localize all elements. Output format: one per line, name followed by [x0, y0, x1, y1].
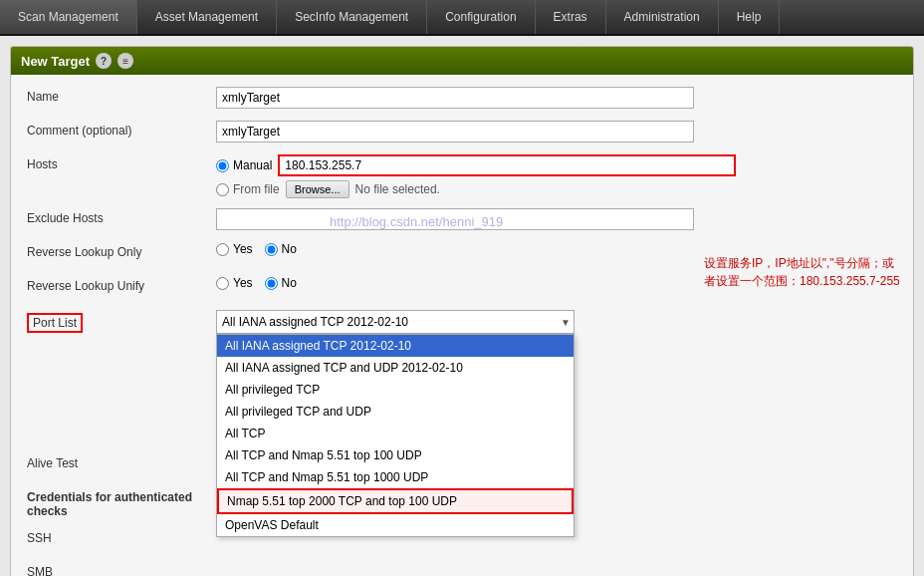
port-list-select-wrapper: All IANA assigned TCP 2012-02-10All IANA… — [216, 310, 575, 334]
port-list-dropdown: All IANA assigned TCP 2012-02-10All IANA… — [216, 334, 575, 537]
panel-title: New Target — [21, 54, 90, 69]
dropdown-item-all-tcp-nmap-100udp[interactable]: All TCP and Nmap 5.51 top 100 UDP — [217, 444, 574, 466]
port-list-label-cell: Port List — [27, 310, 216, 333]
name-label: Name — [27, 87, 216, 104]
port-list-label: Port List — [27, 313, 83, 333]
rlo-yes-radio[interactable] — [216, 243, 229, 256]
port-list-field: All IANA assigned TCP 2012-02-10All IANA… — [216, 310, 897, 334]
main-content: New Target ? ≡ Name Comment (optional) — [0, 36, 924, 576]
hosts-manual-row: Manual — [216, 154, 897, 176]
rlo-no-label[interactable]: No — [265, 242, 297, 256]
rlu-yes-radio[interactable] — [216, 277, 229, 290]
manual-radio-label[interactable]: Manual — [216, 158, 272, 172]
name-row: Name — [27, 87, 897, 111]
fromfile-label: From file — [233, 182, 280, 196]
exclude-hosts-label: Exclude Hosts — [27, 208, 216, 225]
top-navigation: Scan ManagementAsset ManagementSecInfo M… — [0, 0, 924, 36]
rlu-yes-label[interactable]: Yes — [216, 276, 253, 290]
dropdown-item-all-tcp-nmap-1000udp[interactable]: All TCP and Nmap 5.51 top 1000 UDP — [217, 466, 574, 488]
rlo-yes-label[interactable]: Yes — [216, 242, 253, 256]
name-field — [216, 87, 897, 109]
form-body: Name Comment (optional) Hosts — [11, 75, 913, 576]
smb-label: SMB — [27, 562, 216, 576]
dropdown-item-priv-tcp-udp[interactable]: All privileged TCP and UDP — [217, 401, 574, 423]
dropdown-item-all-tcp[interactable]: All TCP — [217, 423, 574, 444]
nav-item-scan-management[interactable]: Scan Management — [0, 0, 137, 34]
no-file-label: No file selected. — [355, 182, 440, 196]
hosts-label: Hosts — [27, 154, 216, 171]
rlu-no-label[interactable]: No — [265, 276, 297, 290]
browse-button[interactable]: Browse... — [286, 180, 349, 198]
hosts-file-row: From file Browse... No file selected. — [216, 180, 897, 198]
new-target-panel: New Target ? ≡ Name Comment (optional) — [10, 46, 914, 576]
list-icon[interactable]: ≡ — [117, 53, 133, 69]
port-list-row: Port List All IANA assigned TCP 2012-02-… — [27, 310, 897, 334]
nav-item-configuration[interactable]: Configuration — [427, 0, 535, 34]
dropdown-item-iana-tcp-udp[interactable]: All IANA assigned TCP and UDP 2012-02-10 — [217, 357, 574, 379]
nav-item-secinfo-management[interactable]: SecInfo Management — [277, 0, 427, 34]
smb-row: SMB — [27, 562, 897, 576]
ssh-label: SSH — [27, 528, 216, 545]
fromfile-radio[interactable] — [216, 183, 229, 196]
hosts-field: Manual From file Browse... No file selec… — [216, 154, 897, 198]
dropdown-item-openvas[interactable]: OpenVAS Default — [217, 514, 574, 536]
reverse-lookup-only-label: Reverse Lookup Only — [27, 242, 216, 259]
comment-row: Comment (optional) — [27, 121, 897, 144]
hosts-input[interactable] — [278, 154, 736, 176]
hosts-row: Hosts Manual From file — [27, 154, 897, 198]
reverse-lookup-unify-label: Reverse Lookup Unify — [27, 276, 216, 293]
dropdown-item-nmap-2000[interactable]: Nmap 5.51 top 2000 TCP and top 100 UDP — [217, 488, 574, 514]
help-icon[interactable]: ? — [96, 53, 112, 69]
comment-field — [216, 121, 897, 143]
exclude-hosts-row: Exclude Hosts — [27, 208, 897, 232]
credentials-header-label: Credentials for authenticated checks — [27, 487, 216, 518]
rlo-no-radio[interactable] — [265, 243, 278, 256]
nav-item-extras[interactable]: Extras — [536, 0, 606, 34]
nav-item-asset-management[interactable]: Asset Management — [137, 0, 277, 34]
exclude-hosts-field — [216, 208, 897, 230]
comment-label: Comment (optional) — [27, 121, 216, 138]
panel-header: New Target ? ≡ — [11, 47, 913, 75]
manual-label: Manual — [233, 158, 272, 172]
nav-item-administration[interactable]: Administration — [606, 0, 719, 34]
comment-input[interactable] — [216, 121, 694, 143]
nav-item-help[interactable]: Help — [719, 0, 781, 34]
port-list-select[interactable]: All IANA assigned TCP 2012-02-10All IANA… — [216, 310, 575, 334]
dropdown-item-iana-tcp[interactable]: All IANA assigned TCP 2012-02-10 — [217, 335, 574, 357]
exclude-hosts-input[interactable] — [216, 208, 694, 230]
name-input[interactable] — [216, 87, 694, 109]
manual-radio[interactable] — [216, 159, 229, 172]
dropdown-item-priv-tcp[interactable]: All privileged TCP — [217, 379, 574, 401]
annotation-area: 设置服务IP，IP地址以","号分隔；或者设置一个范围：180.153.255.… — [704, 254, 903, 290]
rlu-no-radio[interactable] — [265, 277, 278, 290]
fromfile-radio-label[interactable]: From file — [216, 182, 280, 196]
annotation-text: 设置服务IP，IP地址以","号分隔；或者设置一个范围：180.153.255.… — [704, 256, 900, 288]
alive-test-label: Alive Test — [27, 453, 216, 470]
